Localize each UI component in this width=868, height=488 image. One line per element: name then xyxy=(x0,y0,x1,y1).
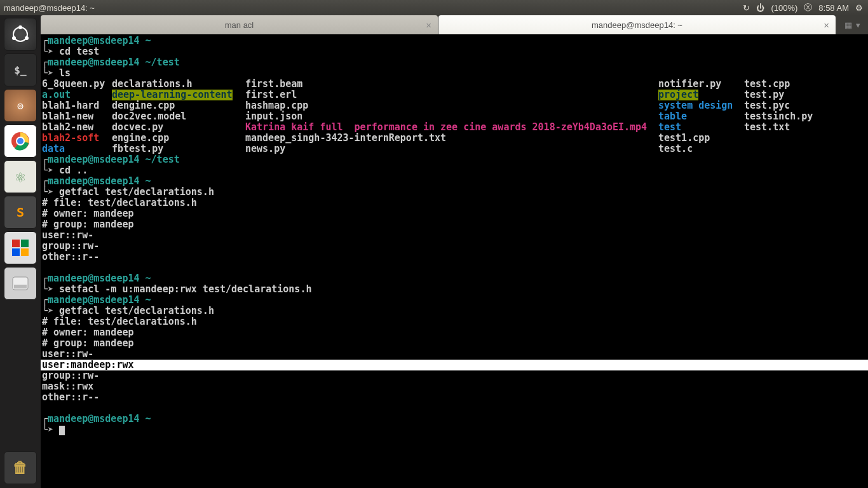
svg-rect-9 xyxy=(12,248,20,256)
prompt-line: ┌mandeep@msdeep14 ~ xyxy=(41,414,868,424)
tab-terminal[interactable]: mandeep@msdeep14: ~ × xyxy=(438,15,836,34)
dock-atom[interactable]: ⚛ xyxy=(4,160,37,193)
output-line-highlighted: user:mandeep:rwx xyxy=(41,360,868,370)
launcher-dock: $_ ◎ ⚛ S 🗑 xyxy=(0,15,41,488)
sync-icon[interactable]: ↻ xyxy=(742,3,751,13)
prompt-line: ┌mandeep@msdeep14 ~/test xyxy=(41,57,868,68)
command-line-cursor[interactable]: └➤ xyxy=(41,424,868,435)
dock-disk[interactable] xyxy=(4,267,37,300)
output-line: group::rw- xyxy=(41,241,868,252)
svg-point-2 xyxy=(12,36,16,40)
dock-sublime[interactable]: S xyxy=(4,196,37,229)
ls-row: blah2-softengine.cppmandeep_singh-3423-i… xyxy=(41,133,868,144)
output-line: # owner: mandeep xyxy=(41,208,868,219)
tab-label: mandeep@msdeep14: ~ xyxy=(592,20,682,30)
output-line: user::rw- xyxy=(41,349,868,360)
dock-terminal[interactable]: $_ xyxy=(4,53,37,86)
output-line: # file: test/declarations.h xyxy=(41,198,868,208)
blank-line xyxy=(41,262,868,273)
command-line: └➤ cd .. xyxy=(41,165,868,176)
terminal-view[interactable]: ┌mandeep@msdeep14 ~ └➤ cd test ┌mandeep@… xyxy=(41,34,868,488)
dock-ubuntu-dash[interactable] xyxy=(4,18,37,51)
output-line: other::r-- xyxy=(41,392,868,403)
ls-row: 6_8queen.pydeclarations.hfirst.beamnotif… xyxy=(41,79,868,90)
prompt-line: ┌mandeep@msdeep14 ~/test xyxy=(41,154,868,165)
command-line: └➤ getfacl test/declarations.h xyxy=(41,187,868,198)
tab-close-icon[interactable]: × xyxy=(824,20,829,30)
prompt-line: ┌mandeep@msdeep14 ~ xyxy=(41,36,868,46)
session-icon[interactable]: ⚙ xyxy=(854,3,864,13)
svg-rect-12 xyxy=(14,285,27,288)
tab-controls[interactable]: ▦▾ xyxy=(836,15,868,34)
tab-label: man acl xyxy=(225,20,254,30)
command-line: └➤ ls xyxy=(41,68,868,79)
close-indicator-icon[interactable]: ⓧ xyxy=(803,2,813,13)
system-topbar: mandeep@msdeep14: ~ ↻ ⏻ (100%) ⓧ 8:58 AM… xyxy=(0,0,868,15)
cursor-block xyxy=(59,426,65,435)
dock-app-brown[interactable]: ◎ xyxy=(4,89,37,122)
output-line: # owner: mandeep xyxy=(41,327,868,338)
tab-menu-icon[interactable]: ▾ xyxy=(856,20,860,30)
command-line: └➤ getfacl test/declarations.h xyxy=(41,306,868,316)
ls-row: blah1-newdoc2vec.modelinput.jsontabletes… xyxy=(41,111,868,122)
prompt-line: ┌mandeep@msdeep14 ~ xyxy=(41,295,868,306)
svg-rect-7 xyxy=(12,240,20,247)
clock-text: 8:58 AM xyxy=(817,3,850,13)
power-icon[interactable]: ⏻ xyxy=(755,3,766,13)
output-line: other::r-- xyxy=(41,252,868,262)
tab-close-icon[interactable]: × xyxy=(426,20,431,30)
dock-chrome[interactable] xyxy=(4,125,37,158)
tab-man-acl[interactable]: man acl × xyxy=(41,15,438,34)
ls-row: datafbtest.pynews.pytest.c xyxy=(41,144,868,154)
prompt-line: ┌mandeep@msdeep14 ~ xyxy=(41,176,868,187)
output-line: user::rw- xyxy=(41,230,868,241)
ls-row: a.outdeep-learning-contentfirst.erlproje… xyxy=(41,90,868,100)
battery-text: (100%) xyxy=(770,3,799,13)
svg-rect-8 xyxy=(21,240,29,247)
svg-point-6 xyxy=(17,138,24,144)
dock-trash[interactable]: 🗑 xyxy=(4,451,37,484)
output-line: # group: mandeep xyxy=(41,338,868,349)
dock-windows-theme[interactable] xyxy=(4,231,37,264)
command-line: └➤ cd test xyxy=(41,46,868,57)
output-line: group::rw- xyxy=(41,370,868,381)
new-tab-icon[interactable]: ▦ xyxy=(844,20,852,30)
output-line: # file: test/declarations.h xyxy=(41,316,868,327)
command-line: └➤ setfacl -m u:mandeep:rwx test/declara… xyxy=(41,284,868,295)
ls-row: blah1-harddengine.cpphashmap.cppsystem d… xyxy=(41,100,868,111)
terminal-tabs: man acl × mandeep@msdeep14: ~ × ▦▾ xyxy=(41,15,868,34)
prompt-line: ┌mandeep@msdeep14 ~ xyxy=(41,273,868,284)
svg-rect-10 xyxy=(21,248,29,256)
output-line: # group: mandeep xyxy=(41,219,868,230)
blank-line xyxy=(41,403,868,414)
output-line: mask::rwx xyxy=(41,381,868,392)
svg-point-3 xyxy=(25,36,29,40)
window-title: mandeep@msdeep14: ~ xyxy=(4,3,742,13)
ls-row: blah2-newdocvec.pyKatrina kaif full perf… xyxy=(41,122,868,133)
topbar-indicators: ↻ ⏻ (100%) ⓧ 8:58 AM ⚙ xyxy=(742,2,864,13)
svg-point-1 xyxy=(18,25,22,29)
